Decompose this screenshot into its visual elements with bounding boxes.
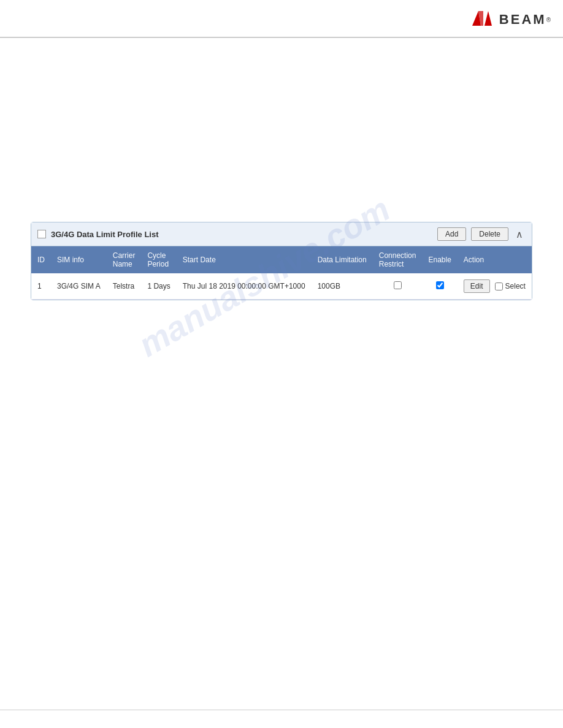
cell-action: Edit Select	[458, 273, 532, 300]
table-row: 1 3G/4G SIM A Telstra 1 Days Thu Jul 18 …	[31, 273, 532, 300]
col-data-limitation: Data Limitation	[312, 246, 373, 273]
edit-button[interactable]: Edit	[464, 279, 490, 293]
cell-connection-restrict[interactable]	[373, 273, 423, 300]
main-content: 3G/4G Data Limit Profile List Add Delete…	[0, 38, 563, 325]
select-label: Select	[505, 282, 526, 290]
cell-id: 1	[31, 273, 51, 300]
section-checkbox	[37, 230, 46, 238]
cell-data-limitation: 100GB	[312, 273, 373, 300]
collapse-button[interactable]: ∧	[513, 229, 526, 240]
table-title: 3G/4G Data Limit Profile List	[51, 230, 432, 239]
col-connection-restrict: Connection Restrict	[373, 246, 423, 273]
page-header: BEAM®	[0, 0, 563, 38]
cell-cycle-period: 1 Days	[141, 273, 176, 300]
table-header-bar: 3G/4G Data Limit Profile List Add Delete…	[31, 222, 532, 246]
page-footer	[0, 710, 563, 728]
svg-marker-2	[484, 11, 492, 26]
col-cycle-period: Cycle Period	[141, 246, 176, 273]
col-action: Action	[458, 246, 532, 273]
select-checkbox[interactable]	[495, 282, 503, 290]
cell-start-date: Thu Jul 18 2019 00:00:00 GMT+1000	[177, 273, 312, 300]
col-carrier-name: Carrier Name	[107, 246, 142, 273]
col-enable: Enable	[422, 246, 457, 273]
cell-enable[interactable]	[422, 273, 457, 300]
col-sim-info: SIM info	[51, 246, 107, 273]
table-header-row: ID SIM info Carrier Name Cycle Period St	[31, 246, 532, 273]
connection-restrict-checkbox[interactable]	[394, 281, 402, 289]
cell-sim-info: 3G/4G SIM A	[51, 273, 107, 300]
enable-checkbox[interactable]	[436, 281, 444, 289]
data-limit-table-container: 3G/4G Data Limit Profile List Add Delete…	[31, 222, 532, 300]
logo-text: BEAM	[499, 12, 546, 28]
logo-tm: ®	[546, 17, 551, 23]
data-table: ID SIM info Carrier Name Cycle Period St	[31, 246, 532, 300]
col-start-date: Start Date	[177, 246, 312, 273]
logo: BEAM®	[467, 7, 551, 32]
cell-carrier-name: Telstra	[107, 273, 142, 300]
delete-button[interactable]: Delete	[471, 227, 508, 241]
col-id: ID	[31, 246, 51, 273]
beam-logo-icon	[467, 7, 504, 32]
add-button[interactable]: Add	[437, 227, 466, 241]
